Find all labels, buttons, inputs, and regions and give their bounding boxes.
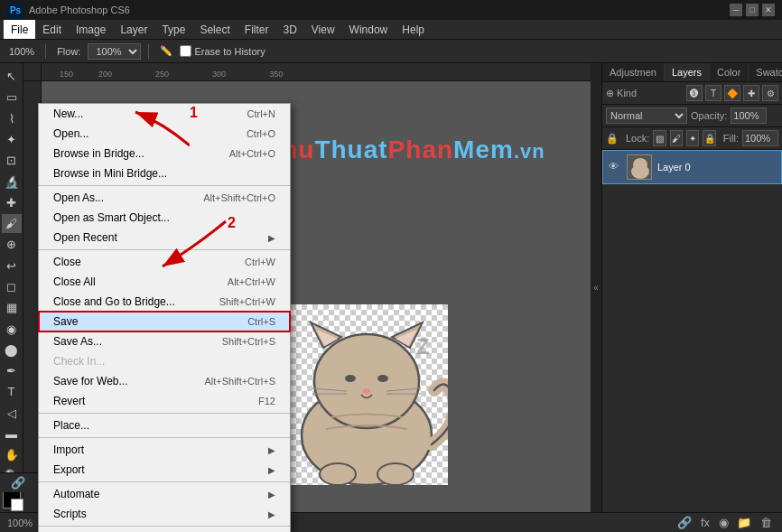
- menu-item-save-web[interactable]: Save for Web... Alt+Shift+Ctrl+S: [39, 371, 290, 391]
- menu-item-close-all[interactable]: Close All Alt+Ctrl+W: [39, 272, 290, 292]
- menu-item-browse-mini[interactable]: Browse in Mini Bridge...: [39, 163, 290, 183]
- layer-icon-5[interactable]: ⚙: [762, 85, 778, 101]
- tool-eyedropper[interactable]: 🔬: [2, 172, 22, 191]
- blend-mode-select[interactable]: Normal Multiply Screen: [606, 107, 687, 124]
- menu-item-open[interactable]: Open... Ctrl+O: [39, 124, 290, 144]
- menu-layer[interactable]: Layer: [113, 20, 154, 39]
- menu-select[interactable]: Select: [192, 20, 237, 39]
- tool-blur[interactable]: ◉: [2, 319, 22, 338]
- close-button[interactable]: ✕: [762, 4, 775, 16]
- foreground-color[interactable]: [3, 491, 21, 509]
- tool-gradient[interactable]: ▦: [2, 298, 22, 317]
- menu-item-automate[interactable]: Automate ▶: [39, 484, 290, 504]
- lock-image[interactable]: 🖌: [670, 130, 683, 146]
- panel-collapse-btn[interactable]: «: [591, 63, 601, 512]
- tool-crop[interactable]: ⊡: [2, 151, 22, 170]
- lock-position[interactable]: ✦: [686, 130, 699, 146]
- lock-label: Lock:: [626, 133, 649, 144]
- menu-item-close-bridge[interactable]: Close and Go to Bridge... Shift+Ctrl+W: [39, 292, 290, 312]
- layer-icon-3[interactable]: 🔶: [724, 85, 740, 101]
- menu-window[interactable]: Window: [342, 20, 396, 39]
- tool-history-brush[interactable]: ↩: [2, 257, 22, 275]
- tool-hand[interactable]: ✋: [2, 445, 22, 464]
- menu-image[interactable]: Image: [69, 20, 113, 39]
- tool-eraser[interactable]: ◻: [2, 277, 22, 296]
- erase-history-checkbox[interactable]: [180, 45, 191, 57]
- menu-type[interactable]: Type: [154, 20, 192, 39]
- layer-name: Layer 0: [657, 162, 691, 173]
- menu-item-new[interactable]: New... Ctrl+N: [39, 104, 290, 124]
- toolbar-zoom: 100%: [5, 45, 38, 58]
- background-color[interactable]: [11, 499, 23, 511]
- tool-lasso[interactable]: ⌇: [2, 109, 22, 128]
- tool-text[interactable]: T: [2, 382, 22, 401]
- menu-file[interactable]: File: [4, 20, 35, 39]
- layer-link-btn[interactable]: 🔗: [11, 476, 25, 490]
- menu-3d[interactable]: 3D: [275, 20, 303, 39]
- title-bar-controls[interactable]: ─ □ ✕: [730, 4, 775, 16]
- status-folder-icon[interactable]: 📁: [737, 516, 751, 529]
- menu-item-export[interactable]: Export ▶: [39, 460, 290, 480]
- fill-label: Fill:: [723, 133, 739, 144]
- status-circle-icon[interactable]: ◉: [719, 516, 729, 529]
- svg-point-8: [363, 388, 370, 394]
- maximize-button[interactable]: □: [746, 4, 759, 16]
- opacity-input[interactable]: [731, 107, 767, 124]
- tool-magic-wand[interactable]: ✦: [2, 130, 22, 149]
- toolbar-flow-label: Flow:: [53, 45, 84, 58]
- tool-dodge[interactable]: ⬤: [2, 341, 22, 359]
- toolbar-flow-select[interactable]: 100%: [88, 43, 141, 60]
- fill-input[interactable]: [742, 130, 778, 146]
- menu-item-file-info[interactable]: File Info... Alt+Shift+Ctrl+I: [39, 528, 290, 532]
- menu-edit[interactable]: Edit: [35, 20, 69, 39]
- menu-item-revert[interactable]: Revert F12: [39, 391, 290, 411]
- layer-visibility-eye[interactable]: 👁: [609, 161, 621, 173]
- svg-point-17: [633, 158, 647, 171]
- menu-item-open-as[interactable]: Open As... Alt+Shift+Ctrl+O: [39, 188, 290, 208]
- tool-clone[interactable]: ⊕: [2, 235, 22, 254]
- tool-move[interactable]: ↖: [2, 67, 22, 86]
- menu-item-browse-bridge[interactable]: Browse in Bridge... Alt+Ctrl+O: [39, 144, 290, 163]
- tab-swatches[interactable]: Swatches: [749, 63, 782, 81]
- menu-filter[interactable]: Filter: [237, 20, 276, 39]
- title-bar: Ps Adobe Photoshop CS6 ─ □ ✕: [0, 0, 782, 20]
- tool-pen[interactable]: ✒: [2, 361, 22, 380]
- toolbar-sep-2: [148, 44, 149, 59]
- tool-heal[interactable]: ✚: [2, 193, 22, 212]
- layer-icon-4[interactable]: ✚: [743, 85, 759, 101]
- tab-layers[interactable]: Layers: [665, 63, 710, 81]
- minimize-button[interactable]: ─: [730, 4, 742, 16]
- layers-toolbar: ⊕ Kind 🅢 T 🔶 ✚ ⚙: [602, 82, 782, 105]
- tool-marquee[interactable]: ▭: [2, 88, 22, 107]
- menu-item-place[interactable]: Place...: [39, 415, 290, 435]
- tab-color[interactable]: Color: [710, 63, 749, 81]
- menu-item-save-as[interactable]: Save As... Shift+Ctrl+S: [39, 331, 290, 351]
- lock-transparent[interactable]: ▧: [653, 130, 666, 146]
- layer-item[interactable]: 👁 Layer 0: [602, 150, 782, 184]
- erase-history-label[interactable]: Erase to History: [180, 45, 265, 57]
- layer-icon-1[interactable]: 🅢: [686, 85, 703, 101]
- menu-item-save[interactable]: Save Ctrl+S: [39, 312, 290, 331]
- sep-1: [39, 185, 290, 186]
- toolbar-erase-icon: ✏️: [156, 44, 176, 58]
- layer-icon-2[interactable]: T: [705, 85, 721, 101]
- menu-item-close[interactable]: Close Ctrl+W: [39, 252, 290, 272]
- menu-item-open-smart[interactable]: Open as Smart Object...: [39, 208, 290, 228]
- menu-view[interactable]: View: [304, 20, 342, 39]
- tool-brush[interactable]: 🖌: [2, 214, 22, 233]
- tool-shape[interactable]: ▬: [2, 425, 22, 443]
- sep-6: [39, 526, 290, 527]
- status-fx-icon[interactable]: fx: [701, 516, 710, 529]
- lock-all[interactable]: 🔒: [703, 130, 715, 146]
- menu-item-open-recent[interactable]: Open Recent ▶: [39, 228, 290, 247]
- tab-adjustments[interactable]: Adjustmen: [602, 63, 665, 81]
- sep-2: [39, 249, 290, 250]
- menu-help[interactable]: Help: [395, 20, 432, 39]
- tool-path-select[interactable]: ◁: [2, 404, 22, 423]
- tools-panel: ↖ ▭ ⌇ ✦ ⊡ 🔬 ✚ 🖌 ⊕ ↩ ◻ ▦ ◉ ⬤ ✒ T ◁ ▬ ✋ 🔍: [0, 63, 23, 512]
- menu-item-import[interactable]: Import ▶: [39, 440, 290, 460]
- menu-item-scripts[interactable]: Scripts ▶: [39, 504, 290, 524]
- status-trash-icon[interactable]: 🗑: [760, 516, 772, 529]
- status-link-icon[interactable]: 🔗: [677, 516, 692, 529]
- file-menu-dropdown: New... Ctrl+N Open... Ctrl+O Browse in B…: [38, 103, 291, 532]
